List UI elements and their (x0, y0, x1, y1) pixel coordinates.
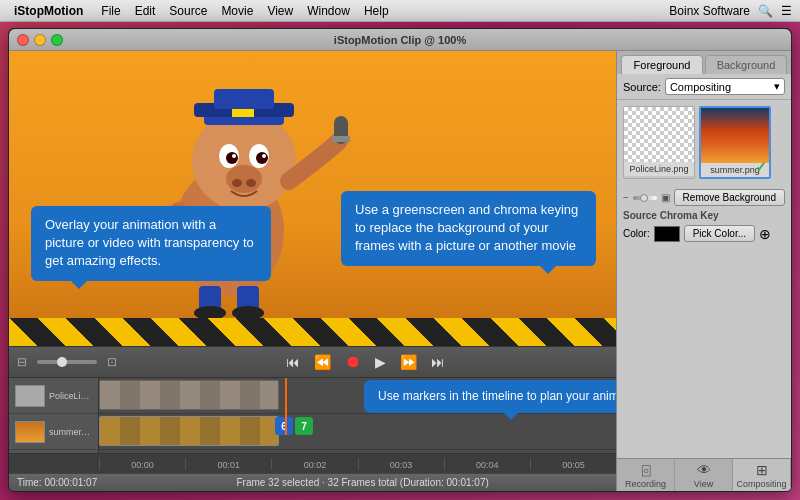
svg-point-14 (246, 179, 256, 187)
frame-info: Frame 32 selected · 32 Frames total (Dur… (117, 477, 608, 488)
slider-row: − ▣ Remove Background (623, 189, 785, 206)
view-label: View (694, 479, 713, 489)
view-icon: 👁 (697, 462, 711, 478)
pick-color-button[interactable]: Pick Color... (684, 225, 755, 242)
tab-background[interactable]: Background (705, 55, 787, 74)
brightness-slider[interactable] (633, 196, 657, 200)
svg-rect-5 (232, 109, 254, 117)
timeline-resize-icon: ⊟ (17, 355, 27, 369)
compositing-icon: ⊞ (756, 462, 768, 478)
marker-6: 6 (275, 417, 293, 435)
playback-toolbar: ⊟ ⊡ ⏮ ⏪ ⏺ ▶ ⏩ ⏭ (9, 346, 616, 378)
time-display: Time: 00:00:01:07 (17, 477, 97, 488)
marker-7: 7 (295, 417, 313, 435)
svg-point-12 (226, 165, 262, 193)
tab-foreground[interactable]: Foreground (621, 55, 703, 74)
ruler-mark-5: 00:05 (530, 458, 616, 470)
window-titlebar: iStopMotion Clip @ 100% (9, 29, 791, 51)
main-window: iStopMotion Clip @ 100% (8, 28, 792, 492)
minimize-button[interactable] (34, 34, 46, 46)
bottom-panel-tabs: ⌻ Recording 👁 View ⊞ Compositing (617, 458, 791, 491)
ruler-mark-1: 00:01 (185, 458, 271, 470)
tab-recording[interactable]: ⌻ Recording (617, 459, 675, 491)
track-name-1: PoliceLine.png (49, 391, 92, 401)
menu-edit[interactable]: Edit (129, 4, 162, 18)
track-labels: PoliceLine.png summer.png (9, 378, 99, 453)
marker-numbers: 6 7 (275, 417, 313, 435)
svg-point-11 (262, 154, 266, 158)
video-preview: Overlay your animation with a picture or… (9, 51, 616, 346)
ruler-mark-0: 00:00 (99, 458, 185, 470)
menubar: iStopMotion File Edit Source Movie View … (0, 0, 800, 22)
menu-movie[interactable]: Movie (215, 4, 259, 18)
search-icon[interactable]: 🔍 (758, 4, 773, 18)
track-strip-1 (99, 380, 279, 410)
color-swatch[interactable] (654, 226, 680, 242)
recording-label: Recording (625, 479, 666, 489)
source-label: Source: (623, 81, 661, 93)
timeline-ruler: 00:00 00:01 00:02 00:03 00:04 00:05 (9, 453, 616, 473)
minus-icon: − (623, 192, 629, 203)
track-thumb-2 (15, 421, 45, 443)
film-icon: ▣ (661, 192, 670, 203)
track-label-1: PoliceLine.png (9, 378, 98, 414)
thumb-summer[interactable]: ✓ summer.png (699, 106, 771, 179)
track-thumb-1 (15, 385, 45, 407)
fast-forward-button[interactable]: ⏩ (396, 352, 421, 372)
color-row: Color: Pick Color... ⊕ (623, 225, 785, 242)
panel-source: Source: Compositing ▾ (617, 74, 791, 100)
timeline-tooltip: Use markers in the timeline to plan your… (364, 380, 616, 413)
remove-background-button[interactable]: Remove Background (674, 189, 785, 206)
hazard-stripe (9, 318, 616, 346)
menu-source[interactable]: Source (163, 4, 213, 18)
svg-point-13 (232, 179, 242, 187)
filmstrip-icon: ⊡ (107, 355, 117, 369)
color-label: Color: (623, 228, 650, 239)
track-strip-2 (99, 416, 279, 446)
tooltip-overlay-left: Overlay your animation with a picture or… (31, 206, 271, 281)
menu-help[interactable]: Help (358, 4, 395, 18)
eyedropper-icon[interactable]: ⊕ (759, 226, 771, 242)
menu-file[interactable]: File (95, 4, 126, 18)
svg-point-8 (226, 152, 238, 164)
source-select[interactable]: Compositing ▾ (665, 78, 785, 95)
tooltip-overlay-right: Use a greenscreen and chroma keying to r… (341, 191, 596, 266)
maximize-button[interactable] (51, 34, 63, 46)
zoom-slider[interactable] (37, 360, 97, 364)
menu-view[interactable]: View (261, 4, 299, 18)
skip-forward-button[interactable]: ⏭ (427, 352, 449, 372)
panel-thumbs: PoliceLine.png ✓ summer.png (617, 100, 791, 185)
source-value: Compositing (670, 81, 731, 93)
timeline-tracks: PoliceLine.png summer.png (9, 378, 616, 453)
svg-rect-16 (332, 136, 350, 142)
svg-point-9 (256, 152, 268, 164)
track-name-2: summer.png (49, 427, 92, 437)
thumb-img-2 (701, 108, 771, 163)
thumb-policeline[interactable]: PoliceLine.png (623, 106, 695, 179)
list-icon[interactable]: ☰ (781, 4, 792, 18)
tab-view[interactable]: 👁 View (675, 459, 733, 491)
track-row-2[interactable] (99, 414, 616, 450)
chevron-down-icon: ▾ (774, 80, 780, 93)
main-area: Overlay your animation with a picture or… (9, 51, 616, 491)
timeline-area: PoliceLine.png summer.png (9, 378, 616, 473)
ruler-mark-2: 00:02 (271, 458, 357, 470)
svg-point-10 (232, 154, 236, 158)
play-button[interactable]: ▶ (371, 352, 390, 372)
panel-controls: − ▣ Remove Background Source Chroma Key … (617, 185, 791, 458)
skip-back-button[interactable]: ⏮ (282, 352, 304, 372)
close-button[interactable] (17, 34, 29, 46)
thumb-label-1: PoliceLine.png (624, 162, 694, 176)
rewind-button[interactable]: ⏪ (310, 352, 335, 372)
app-menu[interactable]: iStopMotion (8, 4, 89, 18)
svg-rect-4 (214, 89, 274, 109)
menu-window[interactable]: Window (301, 4, 356, 18)
tab-compositing[interactable]: ⊞ Compositing (733, 459, 791, 491)
playhead[interactable] (285, 378, 287, 435)
ruler-mark-4: 00:04 (444, 458, 530, 470)
ruler-marks: 00:00 00:01 00:02 00:03 00:04 00:05 (99, 458, 616, 470)
menubar-brand: Boinx Software (669, 4, 750, 18)
checkmark-icon: ✓ (755, 159, 767, 175)
chroma-key-row: Source Chroma Key (623, 210, 785, 221)
record-button[interactable]: ⏺ (341, 351, 365, 373)
